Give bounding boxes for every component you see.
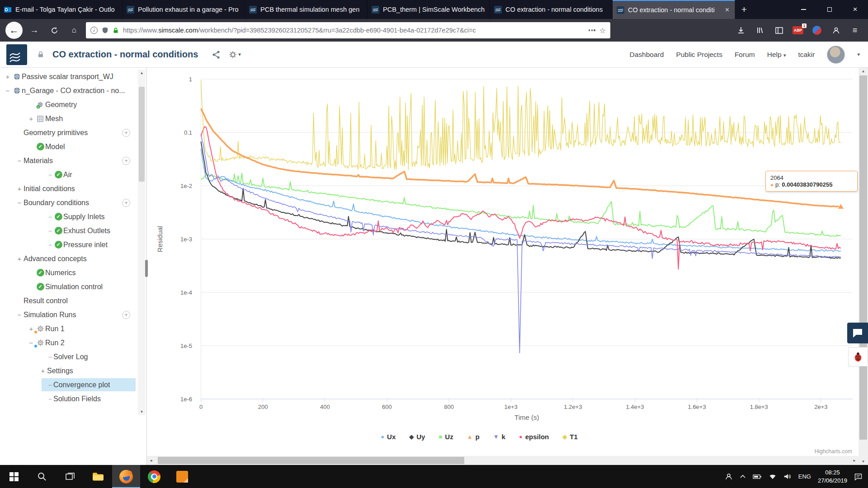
tree-item-materials[interactable]: −Materials+	[0, 154, 137, 168]
profile-button[interactable]	[828, 23, 844, 38]
add-button[interactable]: +	[122, 157, 130, 165]
legend-item-epsilon[interactable]: ●epsilon	[519, 433, 549, 441]
task-view-button[interactable]	[56, 465, 84, 488]
page-info-icon[interactable]: i	[90, 27, 98, 34]
downloads-button[interactable]	[733, 23, 749, 38]
tree-item-n-garage-co-extraction-no[interactable]: −n_Garage - CO extraction - no...	[0, 84, 137, 98]
series-line-T1[interactable]	[201, 80, 841, 170]
series-line-Uy[interactable]	[201, 141, 841, 258]
tree-item-convergence-plot[interactable]: –Convergence plot	[0, 378, 137, 392]
tree-expander-icon[interactable]: +	[39, 367, 47, 375]
legend-item-k[interactable]: ▼k	[493, 433, 505, 441]
extension-button[interactable]	[809, 23, 825, 38]
tree-item-initial-conditions[interactable]: +Initial conditions	[0, 182, 137, 196]
tree-item-result-control[interactable]: Result control	[0, 294, 137, 308]
tree-item-solution-fields[interactable]: –Solution Fields	[0, 392, 137, 406]
taskbar-clock[interactable]: 08:25 27/06/2019	[818, 469, 847, 484]
tree-item-geometry-primitives[interactable]: Geometry primitives+	[0, 126, 137, 140]
project-settings-button[interactable]: ▾	[229, 51, 241, 59]
panel-resize-handle[interactable]	[145, 260, 148, 277]
people-icon[interactable]	[725, 473, 733, 481]
tree-item-passive-scalar-transport-wj[interactable]: +Passive scalar transport_WJ	[0, 70, 137, 84]
tree-expander-icon[interactable]: −	[15, 311, 24, 319]
tree-expander-icon[interactable]: +	[27, 115, 35, 122]
support-chat-button[interactable]	[847, 323, 868, 343]
tree-scrollbar[interactable]: ▲ ▼	[138, 70, 146, 415]
tree-scrollbar-thumb[interactable]	[139, 87, 145, 182]
url-bar[interactable]: i https://www.simscale.com/workbench/?pi…	[86, 22, 610, 38]
browser-tab-4[interactable]: CO extraction - normal conditions	[490, 0, 613, 19]
legend-item-T1[interactable]: ◆T1	[562, 433, 578, 441]
notes-taskbar-button[interactable]	[168, 465, 196, 488]
avatar[interactable]	[827, 46, 845, 64]
file-explorer-button[interactable]	[84, 465, 112, 488]
browser-tab-5[interactable]: CO extraction - normal conditi×	[613, 0, 735, 19]
tray-expand-icon[interactable]	[740, 474, 746, 479]
scroll-up-icon[interactable]: ▲	[859, 68, 868, 75]
network-icon[interactable]	[769, 474, 777, 480]
tree-item-air[interactable]: –✓Air	[0, 168, 137, 182]
forward-button[interactable]: →	[26, 22, 42, 38]
bookmark-star-icon[interactable]: ☆	[599, 26, 606, 35]
page-scrollbar-thumb[interactable]	[859, 75, 867, 440]
convergence-plot-canvas[interactable]: 10.11e-21e-31e-41e-51e-602004006008001e+…	[147, 68, 859, 456]
tree-item-simulation-control[interactable]: ✓Simulation control	[0, 280, 137, 294]
window-close-button[interactable]: ×	[842, 0, 868, 19]
url-text[interactable]: https://www.simscale.com/workbench/?pid=…	[123, 27, 585, 34]
tree-expander-icon[interactable]: −	[15, 199, 24, 206]
nav-forum[interactable]: Forum	[735, 51, 755, 59]
tree-item-mesh[interactable]: +Mesh	[0, 112, 137, 126]
battery-icon[interactable]	[753, 474, 762, 479]
add-button[interactable]: +	[122, 129, 130, 137]
tree-expander-icon[interactable]: +	[4, 73, 12, 80]
tracking-shield-icon[interactable]	[102, 27, 108, 34]
tree-item-supply-inlets[interactable]: –✓Supply Inlets	[0, 210, 137, 224]
nav-public-projects[interactable]: Public Projects	[676, 51, 722, 59]
chrome-taskbar-button[interactable]	[140, 465, 168, 488]
tree-item-run-1[interactable]: +Run 1	[0, 322, 137, 336]
library-button[interactable]	[752, 23, 768, 38]
tree-item-settings[interactable]: +Settings	[0, 364, 137, 378]
highcharts-credits[interactable]: Highcharts.com	[815, 448, 852, 455]
page-actions-icon[interactable]	[589, 29, 595, 31]
tree-item-numerics[interactable]: ✓Numerics	[0, 266, 137, 280]
legend-item-Uz[interactable]: ■Uz	[439, 433, 453, 441]
scroll-down-icon[interactable]: ▼	[138, 408, 146, 415]
volume-icon[interactable]	[783, 473, 792, 480]
tree-item-pressure-inlet[interactable]: –✓Pressure inlet	[0, 238, 137, 252]
tree-item-model[interactable]: ✓Model	[0, 140, 137, 154]
tree-item-simulation-runs[interactable]: −Simulation Runs+	[0, 308, 137, 322]
add-button[interactable]: +	[122, 199, 130, 207]
add-button[interactable]: +	[122, 311, 130, 319]
sidebar-toggle-button[interactable]	[771, 23, 787, 38]
browser-tab-0[interactable]: E-mail - Tolga Taylan Çakir - Outlo	[0, 0, 123, 19]
tree-item-exhust-outlets[interactable]: –✓Exhust Outlets	[0, 224, 137, 238]
tab-close-button[interactable]: ×	[724, 6, 731, 14]
report-bug-button[interactable]	[848, 347, 868, 366]
browser-tab-2[interactable]: PCB thermal simulation mesh gen	[245, 0, 368, 19]
window-maximize-button[interactable]	[816, 0, 842, 19]
browser-tab-3[interactable]: PCB_therm | SimScale Workbench	[368, 0, 490, 19]
legend-item-Ux[interactable]: ●Ux	[381, 433, 396, 441]
series-line-Uz[interactable]	[201, 173, 841, 236]
convergence-plot[interactable]: 10.11e-21e-31e-41e-51e-602004006008001e+…	[147, 68, 859, 456]
reload-button[interactable]	[46, 22, 62, 38]
window-minimize-button[interactable]	[791, 0, 816, 19]
home-button[interactable]: ⌂	[66, 22, 82, 38]
firefox-taskbar-button[interactable]	[112, 465, 140, 488]
nav-help[interactable]: Help ▾	[767, 51, 786, 59]
back-button[interactable]: ←	[5, 22, 23, 39]
tree-item-geometry[interactable]: Geometry	[0, 98, 137, 112]
start-button[interactable]	[0, 465, 28, 488]
https-lock-icon[interactable]	[113, 27, 119, 34]
share-button[interactable]	[212, 50, 221, 59]
page-horizontal-scrollbar[interactable]: ◄ ►	[147, 456, 859, 465]
nav-dashboard[interactable]: Dashboard	[630, 51, 664, 59]
scroll-left-icon[interactable]: ◄	[147, 456, 155, 465]
menu-button[interactable]: ≡	[847, 23, 863, 38]
legend-item-Uy[interactable]: ◆Uy	[409, 433, 425, 441]
tree-item-boundary-conditions[interactable]: −Boundary conditions+	[0, 196, 137, 210]
tree-expander-icon[interactable]: −	[4, 87, 12, 94]
tree-expander-icon[interactable]: −	[15, 157, 24, 164]
tree-item-run-2[interactable]: −Run 2	[0, 336, 137, 350]
